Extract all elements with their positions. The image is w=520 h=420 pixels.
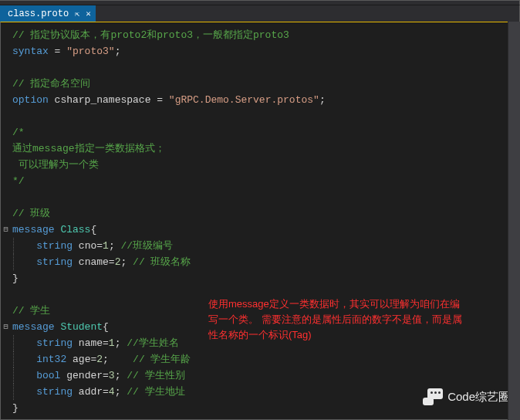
annotation-line: 使用message定义一类数据时，其实可以理解为咱们在编 [208,296,517,312]
code-editor[interactable]: ⊟ ⊟ // 指定协议版本，有proto2和proto3，一般都指定proto3… [0,22,520,420]
indent-guide [13,351,14,368]
chat-bubble-icon [423,388,443,405]
indent-guide [13,384,14,400]
file-tab-class-proto[interactable]: class.proto ⇱ ✕ [0,5,96,22]
vertical-scrollbar[interactable] [508,22,520,420]
comment: 可以理解为一个类 [12,159,99,171]
indent-guide [13,254,14,270]
annotation-overlay: 使用message定义一类数据时，其实可以理解为咱们在编 写一个类。 需要注意的… [208,296,517,343]
fold-toggle[interactable]: ⊟ [1,222,11,238]
tab-filename: class.proto [8,8,69,19]
string: "proto3" [66,46,114,57]
type-name: Student [55,321,103,333]
comment: // 指定协议版本，有proto2和proto3，一般都指定proto3 [12,29,289,41]
fold-toggle[interactable]: ⊟ [1,319,11,335]
keyword: option [12,94,49,106]
keyword: message [12,224,55,235]
comment: */ [12,175,25,187]
indent-guide [13,238,14,254]
comment: // 指定命名空间 [12,78,90,90]
fold-gutter: ⊟ ⊟ [1,22,11,419]
code-area[interactable]: // 指定协议版本，有proto2和proto3，一般都指定proto3 syn… [11,22,519,419]
type-name: Class [55,224,91,235]
string: "gRPC.Demo.Server.protos" [169,94,319,106]
indent-guide [13,335,14,351]
comment: // 学生 [12,305,50,317]
comment: 通过message指定一类数据格式； [12,143,165,154]
close-icon[interactable]: ✕ [86,8,91,19]
keyword: syntax [12,46,49,57]
comment: // 班级 [12,208,50,219]
watermark: Code综艺圈 [423,388,510,405]
pin-icon[interactable]: ⇱ [75,9,79,19]
annotation-line: 性名称的一个标识(Tag) [208,327,517,343]
comment: /* [12,127,25,138]
keyword: message [12,321,55,333]
annotation-line: 写一个类。 需要注意的是属性后面的数字不是值，而是属 [208,312,517,327]
indent-guide [13,368,14,384]
tab-bar: class.proto ⇱ ✕ [0,5,520,22]
watermark-text: Code综艺圈 [447,390,510,405]
